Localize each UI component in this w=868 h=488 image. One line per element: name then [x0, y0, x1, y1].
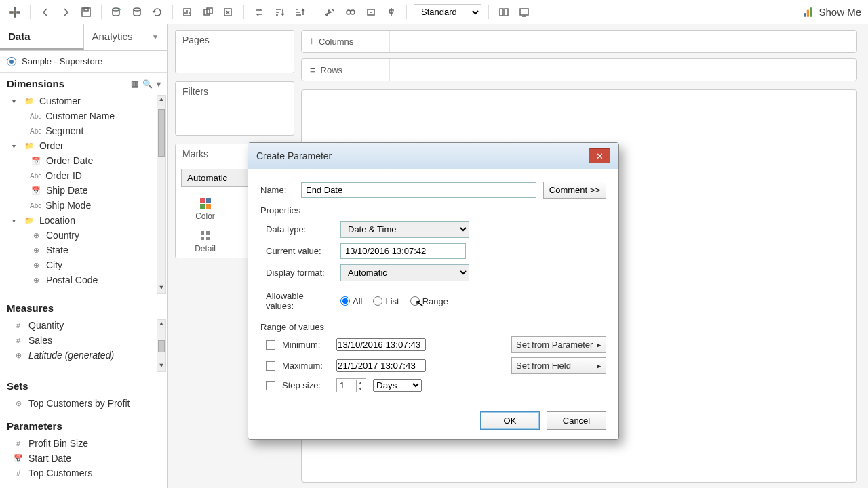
svg-rect-16	[500, 9, 503, 16]
radio-all[interactable]: All	[340, 296, 362, 306]
dim-order-date[interactable]: 📅Order Date	[0, 153, 167, 168]
current-value-input[interactable]	[340, 243, 466, 259]
marks-color[interactable]: Color	[176, 192, 235, 225]
svg-rect-31	[206, 237, 210, 240]
dim-order-group[interactable]: ▾📁Order	[0, 138, 167, 153]
pin-icon[interactable]	[383, 4, 399, 20]
menu-icon[interactable]: ▾	[157, 79, 161, 89]
forward-icon[interactable]	[58, 4, 74, 20]
refresh-icon[interactable]	[149, 4, 165, 20]
create-parameter-dialog: Create Parameter ✕ Name: Comment >> Prop…	[248, 142, 619, 440]
clear-icon[interactable]	[220, 4, 237, 20]
svg-point-13	[347, 10, 351, 14]
dim-order-id[interactable]: AbcOrder ID	[0, 168, 167, 183]
step-unit-select[interactable]: Days	[373, 379, 422, 392]
dim-customer-group[interactable]: ▾📁Customer	[0, 94, 167, 108]
datatype-label: Data type:	[266, 224, 334, 235]
dim-customer-name[interactable]: AbcCustomer Name	[0, 108, 167, 123]
rows-icon: ≡	[310, 65, 315, 75]
logo-icon	[7, 4, 23, 20]
param-top-customers[interactable]: #Top Customers	[0, 466, 167, 481]
sets-header: Sets	[0, 375, 167, 394]
radio-range[interactable]: Range	[410, 296, 448, 306]
sort-desc-icon[interactable]	[292, 4, 308, 20]
meas-scrollbar[interactable]: ▲ ▼	[157, 319, 166, 372]
svg-rect-21	[810, 7, 812, 17]
sort-asc-icon[interactable]	[271, 4, 288, 20]
highlight-icon[interactable]	[322, 4, 338, 20]
marks-detail[interactable]: Detail	[176, 225, 235, 258]
meas-quantity[interactable]: #Quantity	[0, 318, 167, 333]
set-from-field-button[interactable]: Set from Field▸	[511, 357, 606, 374]
step-checkbox[interactable]	[266, 381, 275, 390]
name-input[interactable]	[301, 182, 536, 198]
comment-button[interactable]: Comment >>	[543, 182, 606, 199]
meas-latitude[interactable]: ⊕Latitude (generated)	[0, 348, 167, 363]
pages-shelf[interactable]: Pages	[175, 30, 294, 73]
back-icon[interactable]	[37, 4, 54, 20]
save-icon[interactable]	[78, 4, 94, 20]
tab-data[interactable]: Data	[0, 24, 84, 50]
duplicate-icon[interactable]	[200, 4, 216, 20]
swap-icon[interactable]	[251, 4, 267, 20]
radio-list[interactable]: List	[373, 296, 399, 306]
fit-select[interactable]: Standard	[414, 4, 481, 20]
svg-point-8	[134, 8, 140, 11]
close-icon[interactable]: ✕	[589, 148, 610, 163]
dim-segment[interactable]: AbcSegment	[0, 123, 167, 138]
step-label: Step size:	[282, 380, 330, 390]
pause-icon[interactable]	[129, 4, 145, 20]
meas-sales[interactable]: #Sales	[0, 333, 167, 348]
allowable-label: Allowable values:	[266, 291, 334, 311]
dim-country[interactable]: ⊕Country	[0, 228, 167, 243]
new-datasource-icon[interactable]	[108, 4, 125, 20]
dim-ship-mode[interactable]: AbcShip Mode	[0, 198, 167, 213]
filters-shelf[interactable]: Filters	[175, 81, 294, 136]
dim-scrollbar[interactable]: ▲ ▼	[157, 95, 166, 294]
max-checkbox[interactable]	[266, 361, 275, 371]
display-format-select[interactable]: Automatic	[340, 264, 469, 281]
min-input[interactable]	[336, 338, 426, 351]
properties-label: Properties	[260, 205, 606, 216]
search-icon[interactable]: 🔍	[142, 79, 153, 89]
tab-analytics[interactable]: Analytics▼	[84, 24, 168, 50]
param-start-date[interactable]: 📅Start Date	[0, 451, 167, 466]
view-icon[interactable]: ▦	[131, 79, 138, 89]
datasource-icon	[7, 57, 16, 66]
cards-icon[interactable]	[496, 4, 512, 20]
current-value-label: Current value:	[266, 246, 334, 256]
max-label: Maximum:	[282, 361, 330, 371]
datatype-select[interactable]: Date & Time	[340, 221, 469, 238]
data-pane: Data Analytics▼ Sample - Superstore Dime…	[0, 24, 168, 488]
datasource-row[interactable]: Sample - Superstore	[0, 51, 167, 73]
label-icon[interactable]	[363, 4, 379, 20]
rows-shelf[interactable]: ≡Rows	[301, 58, 857, 81]
ok-button[interactable]: OK	[480, 411, 540, 430]
step-spinner[interactable]: ▲▼	[336, 378, 366, 392]
svg-rect-6	[84, 8, 88, 11]
cancel-button[interactable]: Cancel	[547, 411, 606, 430]
dim-state[interactable]: ⊕State	[0, 243, 167, 258]
param-profit-bin[interactable]: #Profit Bin Size	[0, 436, 167, 451]
set-top-customers[interactable]: ⊘Top Customers by Profit	[0, 396, 167, 411]
dim-ship-date[interactable]: 📅Ship Date	[0, 183, 167, 198]
svg-rect-22	[200, 198, 205, 203]
main-toolbar: Standard Show Me	[0, 0, 868, 24]
max-input[interactable]	[336, 359, 426, 372]
columns-shelf[interactable]: ⦀Columns	[301, 30, 857, 53]
group-icon[interactable]	[342, 4, 359, 20]
min-checkbox[interactable]	[266, 340, 275, 350]
svg-rect-30	[201, 237, 204, 240]
min-label: Minimum:	[282, 340, 330, 350]
presentation-icon[interactable]	[516, 4, 532, 20]
dim-postal[interactable]: ⊕Postal Code	[0, 272, 167, 287]
dim-city[interactable]: ⊕City	[0, 258, 167, 272]
svg-rect-4	[17, 12, 20, 13]
set-from-parameter-button[interactable]: Set from Parameter▸	[511, 336, 606, 353]
new-sheet-icon[interactable]	[180, 4, 196, 20]
dim-location-group[interactable]: ▾📁Location	[0, 213, 167, 228]
svg-rect-3	[10, 12, 13, 13]
svg-rect-29	[206, 231, 210, 235]
svg-point-0	[14, 11, 16, 13]
show-me-button[interactable]: Show Me	[802, 6, 861, 18]
